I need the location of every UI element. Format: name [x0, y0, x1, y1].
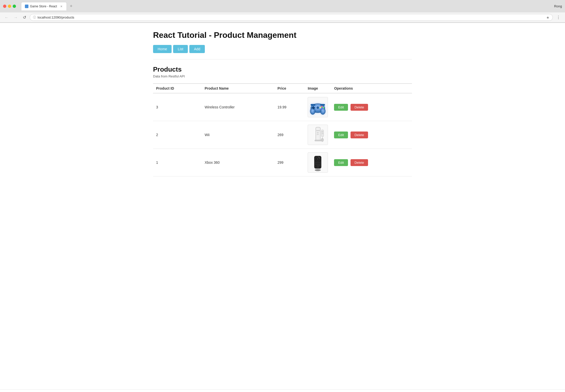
- svg-point-20: [322, 131, 323, 133]
- col-price: Price: [274, 84, 305, 93]
- delete-button-xbox[interactable]: Delete: [351, 159, 368, 166]
- products-table: Product ID Product Name Price Image Oper…: [153, 83, 412, 176]
- svg-point-34: [315, 169, 321, 171]
- edit-button-controller[interactable]: Edit: [334, 104, 348, 111]
- product-image-wii: [308, 125, 328, 145]
- table-body: 3 Wireless Controller 19.99: [153, 93, 412, 176]
- browser-menu-button[interactable]: ⋮: [555, 14, 562, 20]
- reload-button[interactable]: ↺: [21, 14, 28, 20]
- product-operations-cell: Edit Delete: [331, 121, 412, 149]
- table-row: 2 Wii 269: [153, 121, 412, 149]
- svg-rect-33: [319, 167, 320, 168]
- svg-rect-21: [322, 133, 323, 134]
- product-price-cell: 19.99: [274, 93, 305, 121]
- back-button[interactable]: ←: [3, 15, 10, 20]
- nav-buttons: Home List Add: [153, 45, 412, 53]
- svg-point-5: [321, 106, 323, 107]
- svg-rect-30: [315, 163, 320, 164]
- edit-button-wii[interactable]: Edit: [334, 132, 348, 138]
- edit-button-xbox[interactable]: Edit: [334, 159, 348, 166]
- tab-title: Game Store - React: [30, 5, 57, 8]
- home-nav-button[interactable]: Home: [153, 45, 172, 53]
- col-product-id: Product ID: [153, 84, 202, 93]
- title-bar: Game Store - React × + Rong: [0, 0, 565, 12]
- product-name-cell: Wii: [202, 121, 274, 149]
- tab-favicon: [25, 5, 28, 8]
- product-id-cell: 3: [153, 93, 202, 121]
- new-tab-button[interactable]: +: [67, 2, 75, 10]
- delete-button-controller[interactable]: Delete: [351, 104, 368, 111]
- address-bar: ← → ↺ ⓘ ★ ⋮: [0, 12, 565, 23]
- svg-rect-31: [315, 165, 317, 166]
- forward-button[interactable]: →: [12, 15, 19, 20]
- xbox-image: [308, 153, 327, 172]
- product-image-cell: [305, 121, 331, 149]
- list-nav-button[interactable]: List: [173, 45, 188, 53]
- product-id-cell: 1: [153, 149, 202, 176]
- product-image-cell: [305, 149, 331, 176]
- tab-bar: Game Store - React × +: [18, 2, 78, 10]
- delete-button-wii[interactable]: Delete: [351, 132, 368, 138]
- svg-point-16: [317, 132, 319, 134]
- url-input[interactable]: [38, 15, 545, 19]
- svg-point-22: [321, 138, 324, 142]
- svg-point-29: [317, 158, 319, 160]
- wii-image: [308, 125, 327, 144]
- close-window-button[interactable]: [3, 5, 6, 8]
- product-id-cell: 2: [153, 121, 202, 149]
- col-product-name: Product Name: [202, 84, 274, 93]
- section-title: Products: [153, 66, 412, 73]
- svg-rect-17: [317, 134, 319, 135]
- products-section: Products Data from Restful API Product I…: [153, 66, 412, 176]
- browser-chrome: Game Store - React × + Rong ← → ↺ ⓘ ★ ⋮: [0, 0, 565, 23]
- minimize-window-button[interactable]: [8, 5, 11, 8]
- close-tab-button[interactable]: ×: [60, 5, 63, 8]
- page-inner: React Tutorial - Product Management Home…: [143, 23, 422, 192]
- url-bar: ⓘ ★: [30, 14, 553, 21]
- svg-point-8: [320, 107, 321, 108]
- table-row: 3 Wireless Controller 19.99: [153, 93, 412, 121]
- product-operations-cell: Edit Delete: [331, 93, 412, 121]
- page-title: React Tutorial - Product Management: [153, 30, 412, 40]
- product-image-xbox: [308, 152, 328, 173]
- url-lock-icon: ⓘ: [33, 15, 36, 20]
- svg-rect-32: [315, 167, 317, 168]
- svg-point-2: [320, 108, 325, 115]
- active-tab[interactable]: Game Store - React ×: [21, 2, 67, 10]
- section-subtitle: Data from Restful API: [153, 74, 412, 78]
- svg-point-6: [323, 107, 324, 108]
- product-image-controller: [308, 97, 328, 117]
- col-image: Image: [305, 84, 331, 93]
- svg-rect-18: [315, 140, 321, 141]
- svg-rect-11: [311, 104, 315, 106]
- page-footer: © 2017 jojozhuang.github.io, All rights …: [0, 389, 565, 392]
- bookmark-icon[interactable]: ★: [546, 15, 550, 20]
- product-price-cell: 299: [274, 149, 305, 176]
- controller-image: [308, 97, 327, 117]
- product-image-cell: [305, 93, 331, 121]
- product-name-cell: Xbox 360: [202, 149, 274, 176]
- table-header: Product ID Product Name Price Image Oper…: [153, 84, 412, 93]
- product-name-cell: Wireless Controller: [202, 93, 274, 121]
- svg-rect-12: [320, 104, 325, 106]
- add-nav-button[interactable]: Add: [189, 45, 205, 53]
- page-content: React Tutorial - Product Management Home…: [0, 23, 565, 389]
- user-label: Rong: [554, 4, 562, 8]
- product-operations-cell: Edit Delete: [331, 149, 412, 176]
- window-controls: [3, 5, 16, 8]
- svg-point-10: [317, 107, 319, 108]
- svg-rect-15: [316, 130, 320, 131]
- divider: [153, 59, 412, 59]
- col-operations: Operations: [331, 84, 412, 93]
- maximize-window-button[interactable]: [13, 5, 16, 8]
- svg-point-7: [321, 108, 323, 109]
- table-header-row: Product ID Product Name Price Image Oper…: [153, 84, 412, 93]
- svg-rect-4: [313, 106, 314, 109]
- product-price-cell: 269: [274, 121, 305, 149]
- svg-rect-14: [316, 127, 320, 140]
- table-row: 1 Xbox 360 299: [153, 149, 412, 176]
